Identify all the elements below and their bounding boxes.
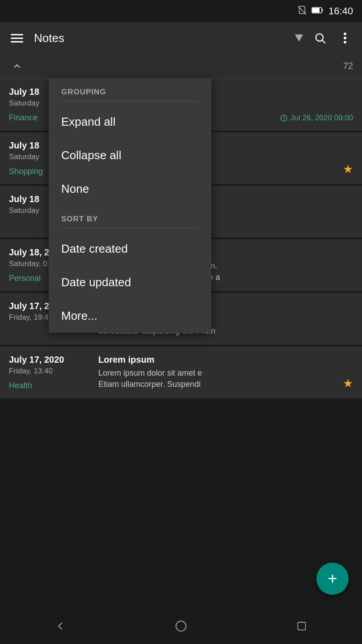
toolbar: Notes [0,22,362,54]
note-excerpt: Lorem ipsum dolor sit amet eEtiam ullamc… [98,368,353,390]
divider [61,228,199,229]
plus-icon: + [328,569,337,588]
svg-point-6 [344,37,346,39]
battery-icon [311,7,324,16]
grouping-section-label: GROUPING [49,79,211,101]
note-day: Friday, 13:40 [9,367,98,376]
date-created-item[interactable]: Date created [49,232,211,266]
new-note-fab[interactable]: + [316,563,349,595]
alarm-time: Jul 26, 2020 09:00 [290,114,353,123]
collapse-button[interactable] [9,58,25,74]
collapse-all-item[interactable]: Collapse all [49,139,211,172]
expand-all-item[interactable]: Expand all [49,105,211,139]
svg-marker-2 [295,34,303,42]
star-icon: ★ [343,162,353,176]
more-item[interactable]: More... [49,299,211,333]
status-time: 16:40 [328,5,353,17]
svg-point-9 [176,621,186,631]
note-alarm: Jul 26, 2020 09:00 [280,114,353,123]
list-item[interactable]: July 17, 2020 Friday, 13:40 Health Lorem… [0,347,362,398]
home-button[interactable] [170,615,192,637]
more-button[interactable] [337,30,353,46]
recents-button[interactable] [290,615,313,637]
dropdown-arrow-icon [295,34,303,42]
sort-header: 72 [0,54,362,79]
svg-rect-10 [298,622,305,630]
back-button[interactable] [49,615,72,637]
search-button[interactable] [312,30,328,46]
svg-rect-1 [312,8,320,13]
note-count: 72 [343,61,353,71]
none-item[interactable]: None [49,172,211,206]
sortby-section-label: SORT BY [49,206,211,228]
status-bar: 16:40 [0,0,362,22]
bottom-nav [0,608,362,644]
grouping-dropdown: GROUPING Expand all Collapse all None SO… [49,79,211,333]
divider [61,101,199,102]
date-updated-item[interactable]: Date updated [49,266,211,299]
svg-line-4 [322,40,325,43]
note-title: Lorem ipsum [98,355,353,365]
svg-point-3 [316,34,323,41]
note-tag: Health [9,381,98,390]
menu-button[interactable] [9,30,25,46]
toolbar-title: Notes [34,31,286,45]
note-date: July 17, 2020 [9,355,98,365]
sim-icon [297,5,307,17]
hamburger-icon [11,34,23,42]
svg-point-5 [344,33,346,35]
star-icon: ★ [343,377,353,390]
svg-point-7 [344,41,346,43]
